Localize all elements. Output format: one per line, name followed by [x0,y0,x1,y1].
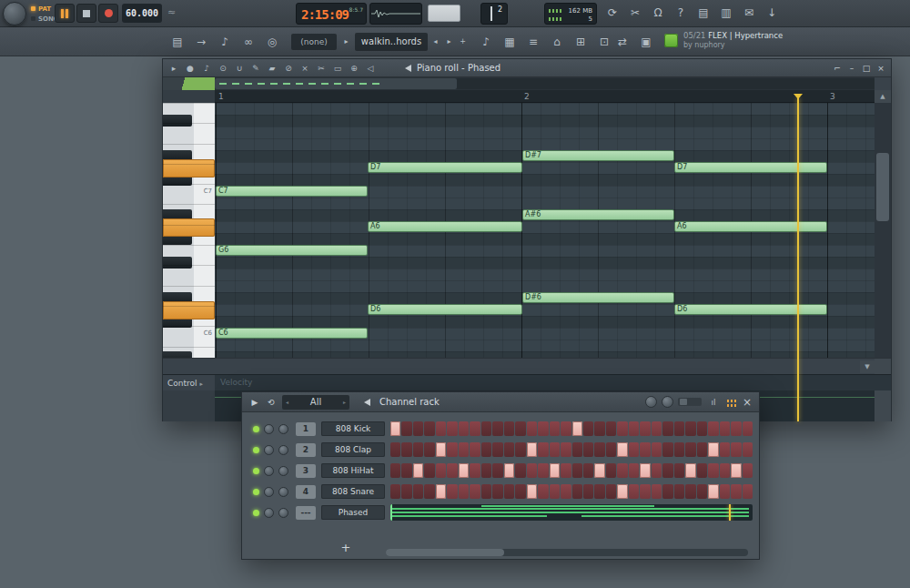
channel-pan-knob[interactable] [264,508,274,518]
step-14[interactable] [538,421,548,436]
piano-keys[interactable]: C7C6 [163,103,215,358]
options-arrow-icon[interactable]: ▸ [167,62,181,75]
piano-roll-titlebar[interactable]: ▸●♪⊙∪✎▰⊘×✂▭⊕◁ Piano roll - Phased ⌐–□× [163,59,891,77]
step-3[interactable] [413,421,423,436]
time-display-panel[interactable]: 2:15:09 8:5.7 [296,3,367,25]
save-icon[interactable]: ▤ [693,3,713,23]
midi-note-A6[interactable]: A6 [368,221,522,232]
channel-number-button[interactable]: 4 [296,485,316,499]
step-6[interactable] [447,442,457,457]
step-9[interactable] [481,442,491,457]
midi-note-D#6[interactable]: D#6 [522,292,674,303]
rack-scrollbar-handle[interactable] [386,549,504,556]
step-19[interactable] [594,484,604,499]
step-6[interactable] [447,484,457,499]
step-8[interactable] [470,463,480,478]
play-pattern-icon[interactable]: ▶ [248,395,262,410]
add-channel-button[interactable]: + [339,541,353,554]
step-22[interactable] [629,463,639,478]
step-11[interactable] [504,484,514,499]
step-15[interactable] [550,484,560,499]
step-23[interactable] [640,442,650,457]
step-29[interactable] [708,421,718,436]
step-10[interactable] [492,463,502,478]
step-1[interactable] [390,484,400,499]
step-20[interactable] [606,463,616,478]
step-31[interactable] [731,463,741,478]
channel-volume-knob[interactable] [278,445,288,455]
highlighted-key-D7[interactable] [163,159,215,177]
step-12[interactable] [515,442,525,457]
step-22[interactable] [629,421,639,436]
channel-enable-led[interactable] [253,468,259,474]
step-grid-icon[interactable] [725,398,736,407]
control-target-selector[interactable]: Control▸ [163,375,215,391]
pattern-selector[interactable]: (none) [291,34,337,50]
arrangement-prev-icon[interactable]: ◂ [430,33,441,51]
step-29[interactable] [708,463,718,478]
channel-volume-knob[interactable] [278,487,288,497]
step-24[interactable] [652,463,662,478]
step-12[interactable] [515,421,525,436]
step-28[interactable] [697,421,707,436]
channel-enable-led[interactable] [253,510,259,516]
step-25[interactable] [662,484,672,499]
channel-number-button[interactable]: 1 [296,422,316,436]
black-key[interactable] [163,351,192,358]
graph-editor-icon[interactable]: ıl [706,392,721,412]
undo-icon[interactable]: ⟲ [264,395,278,410]
step-27[interactable] [685,463,695,478]
step-24[interactable] [652,421,662,436]
step-17[interactable] [572,484,582,499]
step-11[interactable] [504,463,514,478]
playlist-icon[interactable]: ▤ [167,31,188,53]
step-22[interactable] [629,484,639,499]
midi-note-C6[interactable]: C6 [216,328,368,339]
channel-note-preview[interactable] [390,504,753,521]
step-21[interactable] [617,484,627,499]
step-18[interactable] [583,463,593,478]
step-24[interactable] [652,484,662,499]
note-grid[interactable]: C7D7D#7D7A6A#6A6G6C6D6D#6D6 [215,103,876,358]
step-16[interactable] [561,463,571,478]
step-23[interactable] [640,421,650,436]
shopping-cart-icon[interactable]: ▣ [635,31,657,53]
zoom-scrollbar-handle[interactable] [215,78,457,89]
browser-icon[interactable]: ⌂ [546,31,568,53]
zoom-tool-icon[interactable]: ⊕ [347,62,361,75]
horizontal-zoom-scrollbar[interactable] [215,78,876,89]
step-2[interactable] [401,421,411,436]
step-27[interactable] [685,484,695,499]
step-8[interactable] [470,442,480,457]
step-24[interactable] [652,442,662,457]
scroll-up-button[interactable]: ▲ [875,90,891,103]
midi-note-C7[interactable]: C7 [216,186,368,197]
step-2[interactable] [401,442,411,457]
channel-number-button[interactable]: 2 [296,443,316,457]
step-5[interactable] [436,442,446,457]
group-next-icon[interactable]: ▸ [343,399,346,405]
step-27[interactable] [685,442,695,457]
playlist-window-icon[interactable]: ▦ [499,31,521,53]
channel-name-button[interactable]: 808 Kick [321,421,385,436]
step-30[interactable] [720,484,730,499]
step-10[interactable] [492,484,502,499]
tap-tempo-icon[interactable]: ≈ [167,6,176,18]
step-19[interactable] [594,421,604,436]
sync-icon[interactable]: ⟳ [602,3,622,23]
record-button[interactable] [98,4,118,23]
step-20[interactable] [606,442,616,457]
step-7[interactable] [459,442,469,457]
step-15[interactable] [550,463,560,478]
step-18[interactable] [583,421,593,436]
delete-tool-icon[interactable]: ⊘ [281,62,296,75]
channel-name-button[interactable]: 808 HiHat [321,463,385,478]
step-6[interactable] [447,463,457,478]
stamp-icon[interactable]: ⊙ [216,62,230,75]
midi-note-A#6[interactable]: A#6 [522,209,674,220]
channel-number-button[interactable]: 3 [296,464,316,478]
channel-enable-led[interactable] [253,426,259,432]
step-27[interactable] [685,421,695,436]
channel-rack-titlebar[interactable]: ▶⟲ ◂All▸ Channel rack ıl × [242,392,759,412]
step-25[interactable] [662,421,672,436]
